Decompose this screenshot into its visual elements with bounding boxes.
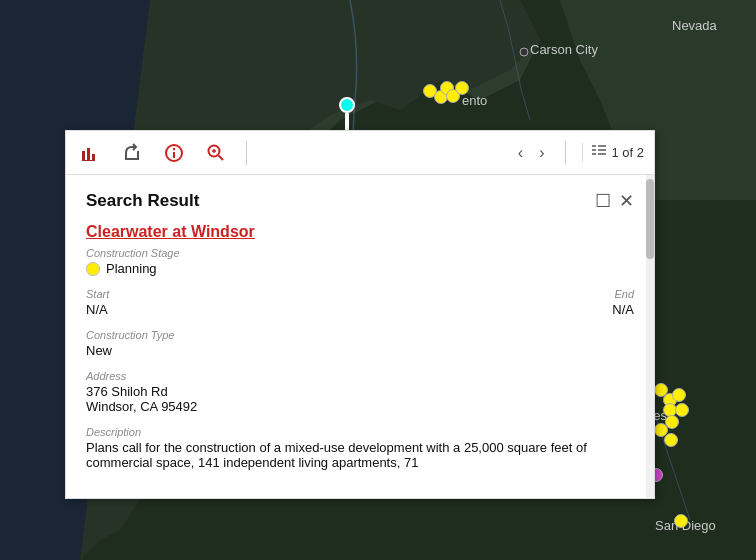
close-button[interactable]: ✕ <box>619 192 634 210</box>
chart-icon[interactable] <box>76 141 104 165</box>
start-label: Start <box>86 288 109 300</box>
toolbar-separator <box>246 141 247 165</box>
next-button[interactable]: › <box>534 142 549 164</box>
toolbar-separator-2 <box>565 141 566 165</box>
description-value: Plans call for the construction of a mix… <box>86 440 634 470</box>
svg-point-12 <box>173 147 175 149</box>
construction-stage-section: Construction Stage Planning <box>86 247 634 276</box>
description-section: Description Plans call for the construct… <box>86 426 634 470</box>
map-dot[interactable] <box>674 514 688 528</box>
scrollbar-thumb[interactable] <box>646 179 654 259</box>
address-line1: 376 Shiloh Rd <box>86 384 634 399</box>
svg-line-14 <box>219 155 224 160</box>
end-value: N/A <box>612 302 634 317</box>
selected-location-pin <box>339 97 355 113</box>
start-value: N/A <box>86 302 109 317</box>
start-column: Start N/A <box>86 288 109 317</box>
result-count-text: 1 of 2 <box>611 145 644 160</box>
construction-type-label: Construction Type <box>86 329 634 341</box>
info-icon[interactable] <box>160 141 188 165</box>
description-label: Description <box>86 426 634 438</box>
svg-rect-8 <box>92 154 95 160</box>
svg-rect-7 <box>87 148 90 160</box>
construction-type-value: New <box>86 343 634 358</box>
prev-button[interactable]: ‹ <box>513 142 528 164</box>
content-header: Search Result ☐ ✕ <box>86 191 634 211</box>
construction-stage-label: Construction Stage <box>86 247 634 259</box>
address-label: Address <box>86 370 634 382</box>
start-end-row: Start N/A End N/A <box>86 288 634 317</box>
map-dot[interactable] <box>664 433 678 447</box>
map-dot[interactable] <box>672 388 686 402</box>
svg-point-5 <box>520 48 528 56</box>
address-section: Address 376 Shiloh Rd Windsor, CA 95492 <box>86 370 634 414</box>
map-dot[interactable] <box>675 403 689 417</box>
list-icon <box>591 143 607 162</box>
result-count: 1 of 2 <box>582 143 644 162</box>
address-line2: Windsor, CA 95492 <box>86 399 634 414</box>
pin-spike <box>345 113 349 131</box>
end-label: End <box>614 288 634 300</box>
map-dot[interactable] <box>455 81 469 95</box>
construction-type-section: Construction Type New <box>86 329 634 358</box>
construction-stage-value: Planning <box>106 261 157 276</box>
search-zoom-icon[interactable] <box>202 141 230 165</box>
result-name-link[interactable]: Clearwater at Windsor <box>86 223 634 241</box>
nav-controls: ‹ › <box>513 142 550 164</box>
planning-dot <box>86 262 100 276</box>
panel-toolbar: ‹ › 1 of 2 <box>66 131 654 175</box>
maximize-button[interactable]: ☐ <box>595 192 611 210</box>
svg-rect-9 <box>82 160 95 161</box>
end-column: End N/A <box>612 288 634 317</box>
stage-row: Planning <box>86 261 634 276</box>
window-controls: ☐ ✕ <box>595 192 634 210</box>
search-result-panel: ‹ › 1 of 2 Search Result ☐ <box>65 130 655 499</box>
share-icon[interactable] <box>118 141 146 165</box>
panel-content: Search Result ☐ ✕ Clearwater at Windsor … <box>66 175 654 498</box>
svg-rect-6 <box>82 151 85 160</box>
scrollbar-track[interactable] <box>646 175 654 498</box>
panel-title: Search Result <box>86 191 199 211</box>
